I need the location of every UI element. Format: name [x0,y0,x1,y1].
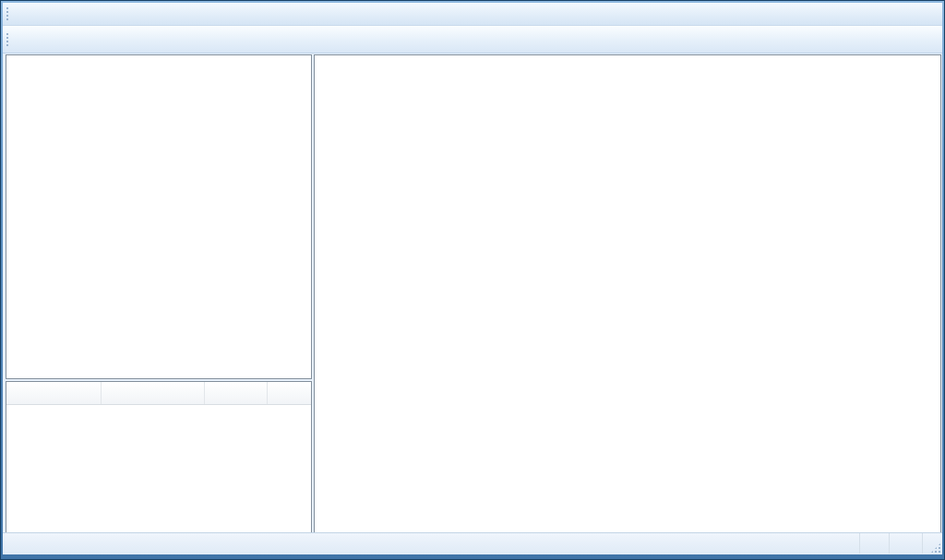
toolbar-grip-handle[interactable] [6,32,10,47]
app-window [0,0,945,560]
menubar-grip-handle[interactable] [6,6,10,21]
col-current [268,382,311,404]
toolbar [3,26,942,54]
col-thickness [205,382,268,404]
layers-table [6,381,312,536]
menu-item-file[interactable] [14,11,30,17]
reservoir-tree [6,54,312,379]
col-stratum [102,382,205,404]
menu-item-compute[interactable] [64,11,80,17]
menu-item-data[interactable] [47,11,64,17]
menu-bar [3,3,942,26]
menu-item-edit[interactable] [30,11,47,17]
window-content [3,3,942,554]
caps-lock-indicator [859,533,890,554]
reservoir-map-canvas[interactable] [315,55,940,535]
col-name [6,382,102,404]
layers-table-header [6,382,311,405]
map-view[interactable] [314,54,941,536]
menu-item-help[interactable] [97,11,114,17]
status-bar [3,532,942,554]
num-lock-indicator [889,533,923,554]
menu-item-view[interactable] [80,11,97,17]
